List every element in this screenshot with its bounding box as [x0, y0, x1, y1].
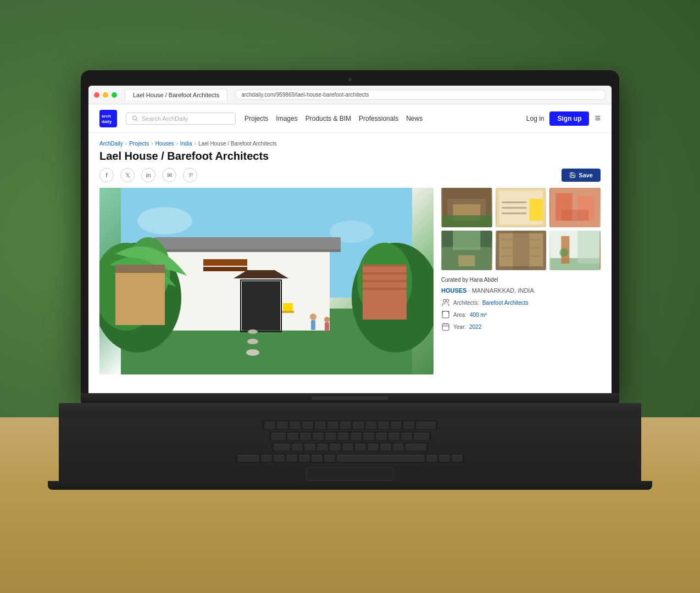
key[interactable]	[313, 433, 324, 440]
key-backslash[interactable]	[414, 433, 429, 440]
twitter-share-button[interactable]: 𝕏	[120, 168, 135, 182]
url-bar[interactable]: archdaily.com/959869/lael-house-barefoot…	[235, 89, 606, 100]
key[interactable]	[261, 455, 272, 462]
linkedin-share-button[interactable]: in	[141, 168, 155, 182]
key[interactable]	[355, 444, 366, 451]
thumbnail-5[interactable]	[496, 231, 547, 270]
key[interactable]	[376, 433, 387, 440]
maximize-button-dot[interactable]	[112, 92, 117, 98]
hinge	[312, 396, 388, 400]
breadcrumb-archdaily[interactable]: ArchDaily	[99, 141, 123, 147]
key[interactable]	[292, 444, 303, 451]
key[interactable]	[277, 422, 288, 429]
search-input[interactable]: Search ArchDaily	[142, 115, 188, 122]
svg-rect-62	[502, 247, 540, 249]
save-icon	[569, 172, 576, 178]
facebook-share-button[interactable]: f	[99, 168, 114, 182]
archdaily-logo-icon: arch daily	[99, 110, 117, 127]
key[interactable]	[299, 455, 310, 462]
hamburger-menu[interactable]: ≡	[595, 113, 601, 124]
signup-button[interactable]: Sign up	[549, 111, 589, 126]
key[interactable]	[342, 444, 353, 451]
key[interactable]	[401, 433, 412, 440]
login-button[interactable]: Log in	[526, 115, 545, 122]
key[interactable]	[452, 455, 463, 462]
key[interactable]	[274, 455, 285, 462]
nav-link-projects[interactable]: Projects	[245, 115, 268, 122]
key[interactable]	[363, 433, 374, 440]
key[interactable]	[312, 455, 323, 462]
key[interactable]	[290, 422, 301, 429]
key[interactable]	[351, 433, 362, 440]
key[interactable]	[365, 422, 376, 429]
svg-rect-56	[453, 231, 480, 250]
breadcrumb: ArchDaily › Projects › Houses › India › …	[99, 141, 601, 147]
key[interactable]	[302, 422, 313, 429]
keyboard-row-space	[235, 454, 465, 462]
key[interactable]	[325, 433, 336, 440]
key[interactable]	[340, 422, 351, 429]
key[interactable]	[403, 422, 414, 429]
key-caps[interactable]	[274, 444, 290, 451]
key[interactable]	[439, 455, 450, 462]
browser-window: Lael House / Barefoot Architects archdai…	[88, 86, 612, 393]
svg-rect-46	[502, 202, 526, 203]
email-share-button[interactable]: ✉	[162, 168, 176, 182]
breadcrumb-projects[interactable]: Projects	[129, 141, 149, 147]
key[interactable]	[380, 444, 391, 451]
thumbnail-1[interactable]	[441, 188, 492, 227]
search-bar[interactable]: Search ArchDaily	[126, 113, 236, 125]
svg-point-25	[248, 329, 258, 334]
touchpad[interactable]	[306, 467, 394, 481]
svg-rect-20	[311, 320, 315, 330]
key[interactable]	[330, 444, 341, 451]
key-shift[interactable]	[237, 455, 259, 462]
svg-rect-12	[203, 259, 247, 266]
key[interactable]	[317, 444, 328, 451]
curated-by: Curated by Hana Abdel	[441, 277, 601, 283]
svg-text:daily: daily	[102, 119, 112, 124]
key[interactable]	[391, 422, 402, 429]
key[interactable]	[304, 444, 315, 451]
nav-link-news[interactable]: News	[406, 115, 423, 122]
key[interactable]	[287, 433, 298, 440]
key-tab[interactable]	[271, 433, 286, 440]
thumbnail-4[interactable]	[441, 231, 492, 270]
svg-rect-42	[442, 215, 491, 227]
close-button-dot[interactable]	[94, 92, 99, 98]
key-delete[interactable]	[416, 422, 436, 429]
key[interactable]	[338, 433, 349, 440]
breadcrumb-india[interactable]: India	[180, 141, 192, 147]
key[interactable]	[378, 422, 389, 429]
nav-link-images[interactable]: Images	[276, 115, 297, 122]
thumbnail-6[interactable]	[549, 231, 601, 270]
save-button[interactable]: Save	[562, 169, 601, 182]
pinterest-share-button[interactable]: 𝓟	[183, 168, 197, 182]
key[interactable]	[368, 444, 379, 451]
key-space[interactable]	[337, 455, 425, 462]
key[interactable]	[426, 455, 437, 462]
thumbnail-3[interactable]	[549, 188, 601, 227]
nav-link-products-bim[interactable]: Products & BIM	[305, 115, 351, 122]
key-enter[interactable]	[405, 444, 426, 451]
year-icon	[441, 322, 450, 331]
key[interactable]	[286, 455, 297, 462]
browser-tab[interactable]: Lael House / Barefoot Architects	[125, 89, 227, 100]
key[interactable]	[353, 422, 364, 429]
key[interactable]	[264, 422, 275, 429]
key[interactable]	[315, 422, 326, 429]
minimize-button-dot[interactable]	[103, 92, 108, 98]
svg-rect-67	[578, 231, 600, 264]
architects-value[interactable]: Barefoot Architects	[482, 300, 529, 306]
thumbnail-2[interactable]	[496, 188, 547, 227]
svg-rect-33	[363, 272, 407, 275]
logo[interactable]: arch daily	[99, 110, 117, 127]
key[interactable]	[393, 444, 404, 451]
nav-link-professionals[interactable]: Professionals	[359, 115, 398, 122]
breadcrumb-houses[interactable]: Houses	[155, 141, 174, 147]
key[interactable]	[327, 422, 338, 429]
key[interactable]	[388, 433, 399, 440]
main-project-image[interactable]	[99, 188, 434, 374]
key[interactable]	[324, 455, 335, 462]
key[interactable]	[300, 433, 311, 440]
